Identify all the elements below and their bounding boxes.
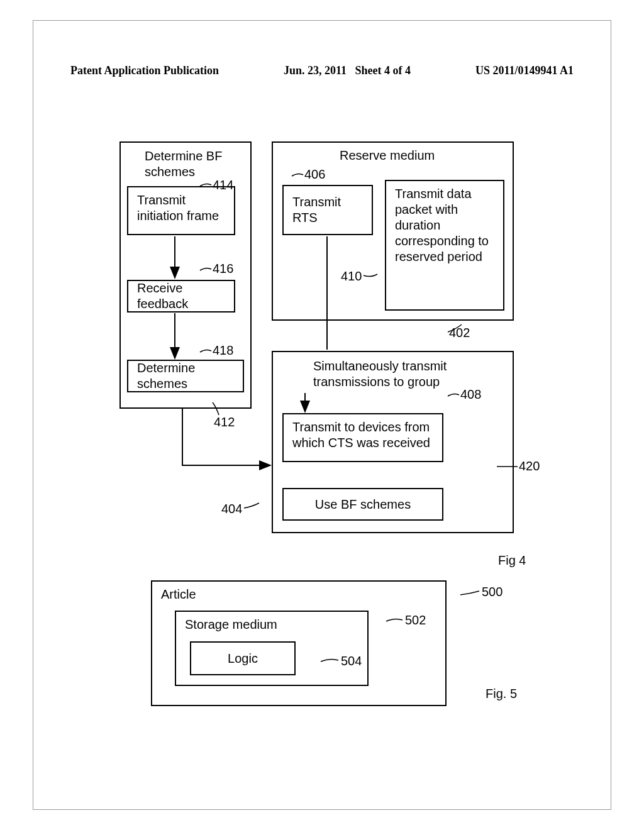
fig5-caption: Fig. 5 (486, 687, 517, 701)
box-410-text: Transmit data packet with duration corre… (395, 186, 494, 265)
label-502: 502 (405, 613, 426, 628)
label-412: 412 (214, 415, 235, 429)
box-402-title: Reserve medium (340, 148, 435, 163)
box-408-text: Transmit to devices from which CTS was r… (292, 419, 433, 451)
box-418-determine-schemes: Determine schemes (127, 360, 244, 392)
box-416-receive-feedback: Receive feedback (127, 280, 235, 313)
fig4-caption: Fig 4 (498, 553, 526, 568)
box-414-text: Transmit initiation frame (137, 192, 225, 224)
box-406-text: Transmit RTS (292, 194, 363, 226)
box-504-logic: Logic (190, 641, 296, 675)
label-414: 414 (213, 178, 233, 192)
box-502-text: Storage medium (185, 617, 358, 633)
label-418: 418 (213, 343, 233, 358)
box-414-transmit-initiation: Transmit initiation frame (127, 186, 235, 235)
box-404-title: Simultaneously transmit transmissions to… (313, 358, 477, 390)
label-402: 402 (449, 326, 470, 340)
box-500-text: Article (161, 587, 436, 602)
label-504: 504 (341, 654, 362, 668)
label-406: 406 (304, 167, 325, 182)
box-412-title: Determine BF schemes (145, 148, 239, 180)
label-500: 500 (482, 585, 502, 599)
label-420: 420 (519, 459, 540, 473)
label-416: 416 (213, 262, 233, 276)
box-420-use-bf: Use BF schemes (282, 488, 443, 521)
box-504-text: Logic (228, 651, 258, 667)
box-416-text: Receive feedback (137, 280, 225, 312)
box-418-text: Determine schemes (137, 360, 234, 392)
box-410-transmit-data-packet: Transmit data packet with duration corre… (385, 180, 504, 311)
box-406-transmit-rts: Transmit RTS (282, 185, 373, 235)
box-408-transmit-cts: Transmit to devices from which CTS was r… (282, 413, 443, 462)
label-410: 410 (341, 269, 362, 284)
diagram-area: Determine BF schemes Transmit initiation… (0, 0, 644, 830)
label-408: 408 (460, 387, 481, 402)
box-420-text: Use BF schemes (315, 497, 411, 512)
label-404: 404 (221, 502, 242, 516)
